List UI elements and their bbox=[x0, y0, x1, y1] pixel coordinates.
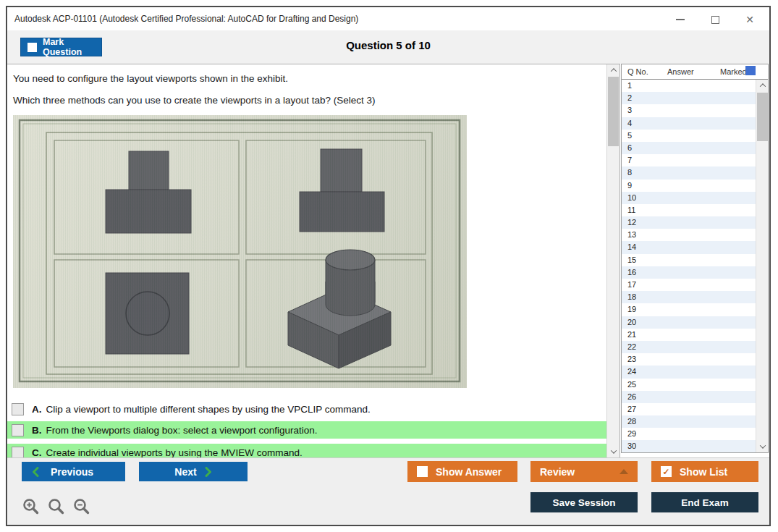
question-list-row[interactable]: 20 bbox=[622, 316, 756, 329]
zoom-reset-icon[interactable] bbox=[47, 497, 66, 516]
close-icon: ✕ bbox=[745, 14, 754, 25]
maximize-button[interactable] bbox=[704, 12, 726, 28]
zoom-out-icon[interactable] bbox=[72, 497, 91, 516]
option-c-text: Create individual viewports by using the… bbox=[46, 447, 303, 458]
question-list-row[interactable]: 12 bbox=[622, 216, 756, 229]
exhibit-image bbox=[13, 115, 467, 388]
question-list-row[interactable]: 14 bbox=[622, 241, 756, 253]
question-list-row[interactable]: 7 bbox=[622, 154, 756, 166]
question-list-row[interactable]: 10 bbox=[622, 192, 756, 204]
question-panel: You need to configure the layout viewpor… bbox=[7, 64, 606, 457]
caret-up-icon bbox=[620, 469, 628, 474]
question-prompt: Which three methods can you use to creat… bbox=[13, 95, 376, 106]
question-list-row[interactable]: 30 bbox=[622, 440, 756, 452]
scroll-down-arrow-icon[interactable] bbox=[607, 446, 620, 457]
column-marked: Marked bbox=[720, 67, 747, 76]
show-list-button[interactable]: ✓ Show List bbox=[651, 461, 758, 482]
save-session-button[interactable]: Save Session bbox=[530, 492, 638, 512]
end-exam-button[interactable]: End Exam bbox=[651, 492, 758, 512]
show-answer-checkbox[interactable] bbox=[417, 466, 428, 477]
main-area: You need to configure the layout viewpor… bbox=[7, 64, 620, 457]
close-button[interactable]: ✕ bbox=[739, 12, 761, 28]
option-c-checkbox[interactable] bbox=[12, 447, 24, 458]
show-list-label: Show List bbox=[680, 466, 727, 478]
review-label: Review bbox=[540, 466, 575, 478]
option-b-text: From the Viewports dialog box: select a … bbox=[46, 425, 318, 436]
question-list-row[interactable]: 16 bbox=[622, 266, 756, 279]
question-list-row[interactable]: 13 bbox=[622, 229, 756, 241]
exam-window: Autodesk ACP-01101 (Autodesk Certified P… bbox=[6, 6, 771, 526]
title-bar: Autodesk ACP-01101 (Autodesk Certified P… bbox=[7, 7, 769, 30]
end-exam-label: End Exam bbox=[681, 497, 728, 508]
sidebar-scroll-down-icon[interactable] bbox=[756, 441, 769, 452]
question-list-row[interactable]: 21 bbox=[622, 329, 756, 341]
save-session-label: Save Session bbox=[552, 497, 615, 508]
show-answer-button[interactable]: Show Answer bbox=[407, 461, 517, 482]
question-list-row[interactable]: 4 bbox=[622, 117, 756, 130]
main-scrollbar[interactable] bbox=[606, 64, 620, 457]
question-list-row[interactable]: 1 bbox=[622, 80, 756, 92]
question-list-row[interactable]: 18 bbox=[622, 291, 756, 303]
chevron-right-icon bbox=[205, 467, 212, 477]
question-intro: You need to configure the layout viewpor… bbox=[13, 73, 288, 84]
question-list-row[interactable]: 27 bbox=[622, 403, 756, 415]
question-list-row[interactable]: 2 bbox=[622, 92, 756, 104]
sidebar-scrollbar[interactable] bbox=[756, 80, 768, 452]
answer-option-a[interactable]: A. Clip a viewport to multiple different… bbox=[7, 400, 606, 418]
question-list-row[interactable]: 6 bbox=[622, 142, 756, 154]
sidebar-scrollbar-thumb[interactable] bbox=[757, 93, 768, 141]
window-title: Autodesk ACP-01101 (Autodesk Certified P… bbox=[14, 14, 358, 24]
show-list-checkbox[interactable]: ✓ bbox=[661, 466, 672, 477]
column-answer: Answer bbox=[667, 67, 694, 76]
question-list-row[interactable]: 23 bbox=[622, 353, 756, 366]
main-scrollbar-thumb[interactable] bbox=[608, 77, 619, 146]
column-qno: Q No. bbox=[627, 67, 648, 76]
question-list-row[interactable]: 28 bbox=[622, 415, 756, 428]
question-list-panel: Q No. Answer Marked 12345678910111213141… bbox=[621, 64, 769, 453]
question-list-row[interactable]: 29 bbox=[622, 428, 756, 440]
zoom-toolbar bbox=[22, 497, 91, 516]
header-strip: Mark Question Question 5 of 10 bbox=[7, 30, 769, 64]
question-list-row[interactable]: 26 bbox=[622, 391, 756, 403]
minimize-button[interactable] bbox=[669, 12, 691, 28]
sidebar-scroll-up-icon[interactable] bbox=[756, 80, 769, 91]
question-list-row[interactable]: 19 bbox=[622, 303, 756, 316]
question-list-header: Q No. Answer Marked bbox=[622, 64, 768, 80]
exhibit-drawing bbox=[13, 115, 467, 388]
scroll-up-arrow-icon[interactable] bbox=[607, 64, 620, 76]
next-label: Next bbox=[174, 466, 196, 478]
question-list-row[interactable]: 11 bbox=[622, 204, 756, 216]
question-list-row[interactable]: 22 bbox=[622, 341, 756, 353]
option-c-letter: C. bbox=[32, 447, 42, 458]
answer-option-b[interactable]: B. From the Viewports dialog box: select… bbox=[7, 421, 606, 439]
question-counter: Question 5 of 10 bbox=[7, 39, 769, 51]
question-list-row[interactable]: 25 bbox=[622, 379, 756, 391]
zoom-in-icon[interactable] bbox=[22, 497, 41, 516]
check-icon: ✓ bbox=[662, 468, 669, 476]
question-list-row[interactable]: 5 bbox=[622, 130, 756, 142]
previous-button[interactable]: Previous bbox=[22, 462, 125, 481]
footer-bar: Previous Next Show Answer Review ✓ Show … bbox=[7, 457, 769, 525]
option-b-checkbox[interactable] bbox=[12, 424, 24, 436]
question-list-row[interactable]: 8 bbox=[622, 166, 756, 179]
maximize-icon bbox=[711, 16, 719, 24]
sidebar-header-icon[interactable] bbox=[745, 66, 756, 75]
option-a-letter: A. bbox=[32, 404, 42, 415]
question-list: 1234567891011121314151617181920212223242… bbox=[622, 80, 756, 452]
minimize-icon bbox=[676, 19, 685, 20]
question-list-row[interactable]: 3 bbox=[622, 104, 756, 117]
next-button[interactable]: Next bbox=[139, 462, 248, 481]
previous-label: Previous bbox=[51, 466, 93, 478]
option-b-letter: B. bbox=[32, 425, 42, 436]
option-a-checkbox[interactable] bbox=[12, 403, 24, 415]
question-list-row[interactable]: 17 bbox=[622, 279, 756, 291]
answer-option-c[interactable]: C. Create individual viewports by using … bbox=[7, 444, 606, 457]
question-list-row[interactable]: 15 bbox=[622, 254, 756, 266]
show-answer-label: Show Answer bbox=[436, 466, 502, 478]
option-a-text: Clip a viewport to multiple different sh… bbox=[46, 404, 371, 415]
question-list-row[interactable]: 9 bbox=[622, 180, 756, 192]
question-list-row[interactable]: 24 bbox=[622, 366, 756, 378]
chevron-left-icon bbox=[32, 467, 39, 477]
review-button[interactable]: Review bbox=[530, 461, 638, 482]
